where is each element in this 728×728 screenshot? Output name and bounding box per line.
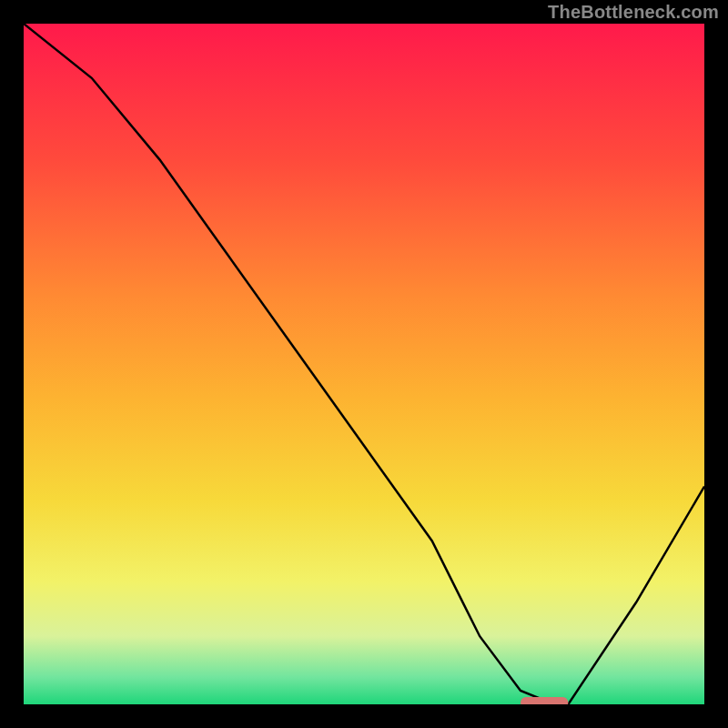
chart-frame	[24, 24, 704, 704]
watermark-text: TheBottleneck.com	[548, 2, 719, 23]
optimal-range-marker	[521, 697, 568, 704]
bottleneck-curve	[24, 24, 704, 704]
chart-plot-area	[24, 24, 704, 704]
